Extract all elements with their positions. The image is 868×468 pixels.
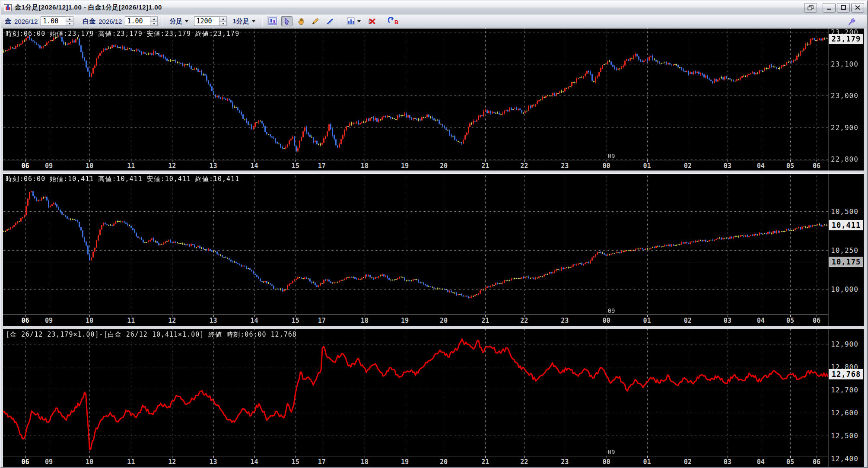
spin-up-button[interactable]: ▲: [66, 17, 73, 22]
select-cursor-button[interactable]: [281, 16, 293, 26]
spin-up-button[interactable]: ▲: [219, 17, 226, 22]
gold-info-line: 時刻:06:00 始値:23,179 高値:23,179 安値:23,179 終…: [6, 30, 239, 38]
platinum-candle-canvas[interactable]: [3, 174, 829, 315]
indicator-dropdown[interactable]: [344, 16, 363, 26]
platinum-date-label: 09: [608, 307, 615, 314]
pan-hand-button[interactable]: [296, 16, 307, 26]
close-button[interactable]: [851, 3, 864, 13]
x-axis-tick: [365, 160, 365, 162]
spread-info-line: [金 26/12 23,179×1.00]-[白金 26/12 10,411×1…: [6, 331, 297, 339]
x-axis-tick: [817, 160, 817, 162]
x-axis-hour-label: 01: [643, 162, 651, 170]
x-axis-tick: [607, 160, 607, 162]
x-axis-hour-label: 05: [786, 162, 794, 170]
platinum-x-axis: 0609101112131415171819202122230001020304…: [3, 315, 829, 326]
spin-down-button[interactable]: ▼: [66, 22, 73, 26]
x-axis-tick: [647, 456, 648, 458]
x-axis-tick: [728, 315, 728, 317]
x-axis-hour-label: 01: [643, 317, 651, 325]
x-axis-tick: [790, 160, 791, 162]
x-axis-hour-label: 21: [481, 162, 489, 170]
title-bar[interactable]: 金1分足[2026/12]1.00 - 白金1分足[2026/12]1.00: [1, 1, 867, 14]
x-axis-tick: [89, 315, 90, 317]
gold-multiplier-spinner: ▲▼: [41, 16, 73, 26]
platinum-plot-area[interactable]: 時刻:06:00 始値:10,411 高値:10,411 安値:10,411 終…: [3, 174, 829, 315]
spin-down-button[interactable]: ▼: [150, 22, 157, 26]
x-axis-hour-label: 10: [86, 317, 93, 325]
x-axis-tick: [172, 160, 172, 162]
gold-x-axis: 0609101112131415171819202122230001020304…: [3, 160, 829, 170]
chevron-down-icon: [357, 20, 361, 22]
gold-date-label: 09: [608, 153, 615, 159]
interval-count-input[interactable]: [194, 16, 219, 26]
x-axis-hour-label: 02: [684, 162, 692, 170]
minimize-button[interactable]: [823, 3, 836, 13]
x-axis-tick: [761, 315, 761, 317]
x-axis-hour-label: 18: [361, 458, 369, 466]
settings-wrench-button[interactable]: [846, 16, 857, 26]
delete-drawing-button[interactable]: [366, 16, 378, 26]
layers-icon[interactable]: [804, 3, 817, 13]
chart-settings-button[interactable]: [267, 16, 278, 26]
gold-multiplier-input[interactable]: [41, 16, 66, 26]
cursor-icon: [283, 17, 290, 25]
x-axis-hour-label: 06: [22, 162, 29, 170]
x-axis-hour-label: 23: [561, 162, 569, 170]
draw-line-button[interactable]: [310, 16, 321, 26]
x-axis-hour-label: 06: [813, 458, 820, 466]
x-axis-tick: [254, 160, 255, 162]
toolbar-separator: [78, 16, 78, 26]
x-axis-hour-label: 17: [318, 458, 326, 466]
gold-candle-canvas[interactable]: [3, 29, 829, 161]
chart-settings-icon: [268, 17, 277, 25]
bar-type-dropdown[interactable]: 1分足: [230, 16, 258, 27]
x-axis-hour-label: 18: [361, 162, 369, 170]
spread-plot-area[interactable]: [金 26/12 23,179×1.00]-[白金 26/12 10,411×1…: [3, 329, 829, 457]
interval-type-dropdown[interactable]: 分足: [167, 16, 191, 27]
x-axis-tick: [89, 456, 90, 458]
x-axis-hour-label: 21: [481, 317, 489, 325]
x-axis-tick: [790, 315, 791, 317]
x-axis-tick: [322, 315, 322, 317]
platinum-multiplier-spinner: ▲▼: [125, 16, 158, 26]
x-axis-tick: [728, 456, 728, 458]
x-axis-hour-label: 15: [292, 162, 299, 170]
x-axis-hour-label: 09: [45, 458, 53, 466]
x-axis-hour-label: 06: [22, 458, 29, 466]
reload-button[interactable]: B: [387, 16, 401, 26]
x-axis-hour-label: 12: [168, 162, 176, 170]
x-axis-tick: [524, 315, 525, 317]
platinum-multiplier-input[interactable]: [125, 16, 150, 26]
x-axis-hour-label: 04: [757, 162, 765, 170]
x-axis-tick: [688, 315, 688, 317]
x-axis-tick: [524, 160, 525, 162]
x-axis-hour-label: 03: [724, 458, 731, 466]
x-axis-hour-label: 17: [318, 162, 326, 170]
x-axis-hour-label: 06: [813, 317, 820, 325]
spin-down-button[interactable]: ▼: [219, 22, 226, 26]
x-axis-hour-label: 11: [127, 162, 135, 170]
x-axis-tick: [322, 456, 322, 458]
y-axis-price-label: 23,000: [831, 92, 858, 100]
svg-text:B: B: [394, 19, 398, 25]
reload-cb-icon: B: [388, 17, 400, 25]
x-axis-hour-label: 09: [45, 317, 53, 325]
maximize-button[interactable]: [837, 3, 850, 13]
x-axis-hour-label: 21: [481, 458, 489, 466]
x-axis-tick: [213, 315, 214, 317]
x-axis-hour-label: 19: [401, 458, 409, 466]
spread-line-canvas[interactable]: [3, 329, 829, 457]
x-axis-tick: [254, 315, 255, 317]
gold-plot-area[interactable]: 時刻:06:00 始値:23,179 高値:23,179 安値:23,179 終…: [3, 29, 829, 161]
last-price-marker: 12,768: [829, 369, 863, 379]
spin-up-button[interactable]: ▲: [150, 17, 157, 22]
x-axis-hour-label: 15: [292, 317, 299, 325]
x-axis-hour-label: 14: [251, 162, 258, 170]
x-axis-hour-label: 12: [168, 317, 176, 325]
x-axis-tick: [444, 160, 444, 162]
last-price-marker: 10,175: [829, 257, 863, 267]
draw-curve-button[interactable]: [324, 16, 335, 26]
x-axis-tick: [485, 315, 486, 317]
x-axis-hour-label: 19: [401, 162, 409, 170]
x-axis-tick: [172, 456, 172, 458]
